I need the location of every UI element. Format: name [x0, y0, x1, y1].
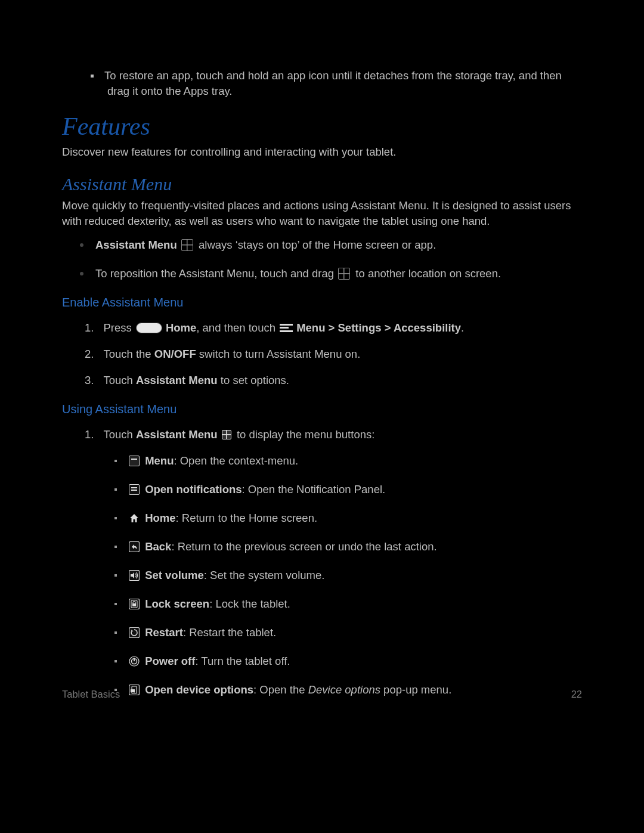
lock-desc: : Lock the tablet. — [209, 597, 290, 610]
volume-desc: : Set the system volume. — [204, 569, 325, 581]
lock-label: Lock screen — [145, 597, 209, 610]
menu-item-lock-screen: Lock screen: Lock the tablet. — [114, 596, 582, 612]
home-desc: : Return to the Home screen. — [176, 512, 318, 524]
back-icon — [129, 541, 140, 552]
step3-b: Assistant Menu — [136, 374, 218, 386]
notifications-icon — [129, 484, 140, 495]
menu-item-home: Home: Return to the Home screen. — [114, 510, 582, 526]
notif-label: Open notifications — [145, 483, 242, 496]
bullet-icon — [114, 546, 117, 548]
power-label: Power off — [145, 655, 195, 667]
using-step1-c: to display the menu buttons: — [234, 428, 375, 441]
svg-rect-5 — [129, 628, 140, 638]
menu-item-back: Back: Return to the previous screen or u… — [114, 539, 582, 555]
menu-item-open-notifications: Open notifications: Open the Notificatio… — [114, 482, 582, 497]
using-assistant-heading: Using Assistant Menu — [62, 402, 582, 416]
step2-c: switch to turn Assistant Menu on. — [196, 348, 361, 360]
bullet-icon — [114, 574, 117, 577]
home-icon — [129, 513, 140, 524]
step-number: 1. — [85, 321, 94, 334]
step1-mid: , and then touch — [196, 321, 278, 334]
restart-icon — [129, 627, 140, 638]
menu-label: Menu — [145, 454, 174, 467]
enable-step-1: 1.Press Home, and then touch Menu > Sett… — [85, 320, 582, 336]
back-label: Back — [145, 540, 171, 553]
enable-step-2: 2.Touch the ON/OFF switch to turn Assist… — [85, 346, 582, 362]
bullet-icon — [114, 603, 117, 605]
home-label: Home — [145, 512, 175, 524]
restart-label: Restart — [145, 626, 183, 639]
bullet-icon — [114, 517, 117, 519]
menu-bars-icon — [280, 324, 293, 332]
step-number: 3. — [85, 374, 94, 386]
menu-item-set-volume: Set volume: Set the system volume. — [114, 568, 582, 583]
svg-rect-4 — [132, 603, 136, 606]
menu-icon — [129, 456, 140, 466]
assistant-menu-icon — [338, 268, 350, 280]
bullet-icon — [114, 660, 117, 662]
assistant-intro: Move quickly to frequently-visited place… — [62, 198, 582, 229]
features-heading: Features — [62, 112, 582, 141]
enable-step-3: 3.Touch Assistant Menu to set options. — [85, 373, 582, 388]
restore-app-text: To restore an app, touch and hold an app… — [104, 69, 562, 97]
restart-desc: : Restart the tablet. — [183, 626, 276, 639]
step3-a: Touch — [103, 374, 136, 386]
assistant-bullet-1: Assistant Menu always ‘stays on top’ of … — [80, 237, 582, 253]
home-button-icon — [136, 323, 162, 333]
bullet-icon — [114, 460, 117, 462]
enable-assistant-heading: Enable Assistant Menu — [62, 296, 582, 309]
step-number: 2. — [85, 348, 94, 360]
bullet-icon — [80, 272, 83, 275]
back-desc: : Return to the previous screen or undo … — [171, 540, 436, 553]
assistant-menu-icon — [222, 430, 231, 439]
step3-c: to set options. — [218, 374, 289, 386]
assistant-menu-heading: Assistant Menu — [62, 174, 582, 194]
footer-page-number: 22 — [571, 689, 582, 700]
volume-icon — [129, 570, 140, 581]
menu-item-menu: Menu: Open the context-menu. — [114, 453, 582, 469]
menu-item-power-off: Power off: Turn the tablet off. — [114, 654, 582, 669]
assistant-bullet-2-tail: to another location on screen. — [352, 267, 501, 280]
assistant-bullet-1-bold: Assistant Menu — [95, 239, 177, 251]
bullet-icon — [114, 488, 117, 491]
bullet-icon — [80, 243, 83, 247]
lock-icon — [129, 599, 140, 609]
assistant-bullet-2-lead: To reposition the Assistant Menu, touch … — [95, 267, 337, 280]
power-icon — [129, 656, 140, 667]
footer-section: Tablet Basics — [62, 689, 120, 700]
step1-path: Menu > Settings > Accessibility — [296, 321, 461, 334]
document-page: To restore an app, touch and hold an app… — [62, 68, 582, 694]
power-desc: : Turn the tablet off. — [195, 655, 290, 667]
menu-item-restart: Restart: Restart the tablet. — [114, 625, 582, 640]
step-number: 1. — [85, 428, 94, 441]
assistant-menu-icon — [181, 239, 193, 251]
volume-label: Set volume — [145, 569, 204, 581]
page-footer: Tablet Basics 22 — [62, 689, 582, 700]
using-step1-b: Assistant Menu — [136, 428, 218, 441]
step2-b: ON/OFF — [154, 348, 196, 360]
features-intro: Discover new features for controlling an… — [62, 144, 582, 160]
step1-home: Home — [166, 321, 196, 334]
step2-a: Touch the — [103, 348, 154, 360]
bullet-icon — [114, 631, 117, 634]
restore-app-bullet: To restore an app, touch and hold an app… — [91, 68, 582, 99]
bullet-icon — [91, 75, 94, 78]
step1-lead: Press — [103, 321, 134, 334]
step1-tail: . — [461, 321, 464, 334]
notif-desc: : Open the Notification Panel. — [242, 483, 386, 496]
assistant-bullet-2: To reposition the Assistant Menu, touch … — [80, 266, 582, 281]
using-step1-a: Touch — [103, 428, 136, 441]
using-step-1: 1.Touch Assistant Menu to display the me… — [85, 427, 582, 442]
assistant-bullet-1-tail: always ‘stays on top’ of the Home screen… — [196, 239, 436, 251]
menu-desc: : Open the context-menu. — [174, 454, 298, 467]
